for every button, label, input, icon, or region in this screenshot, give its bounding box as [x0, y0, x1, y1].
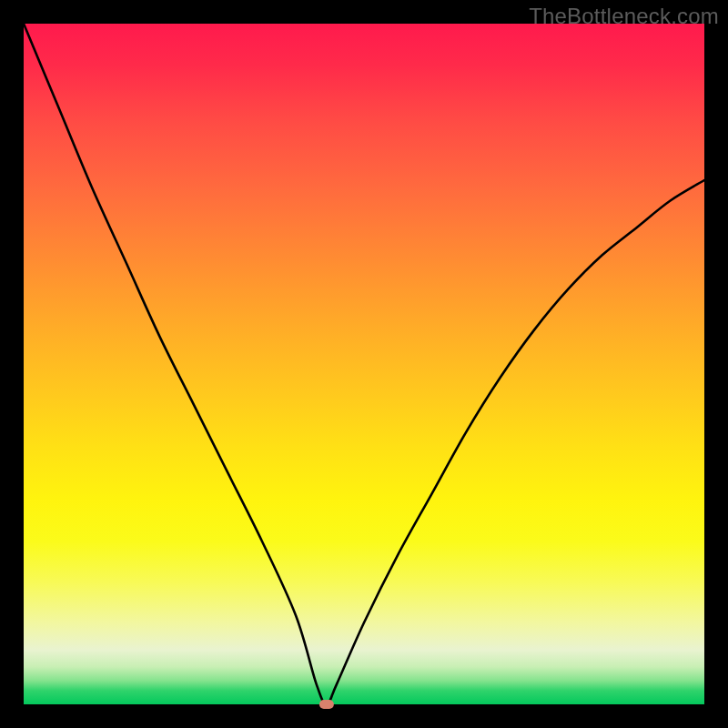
- chart-frame: TheBottleneck.com: [0, 0, 728, 728]
- bottleneck-curve: [24, 24, 704, 704]
- plot-area: [24, 24, 704, 704]
- minimum-marker: [319, 700, 334, 709]
- curve-svg: [24, 24, 704, 704]
- watermark-text: TheBottleneck.com: [529, 4, 719, 29]
